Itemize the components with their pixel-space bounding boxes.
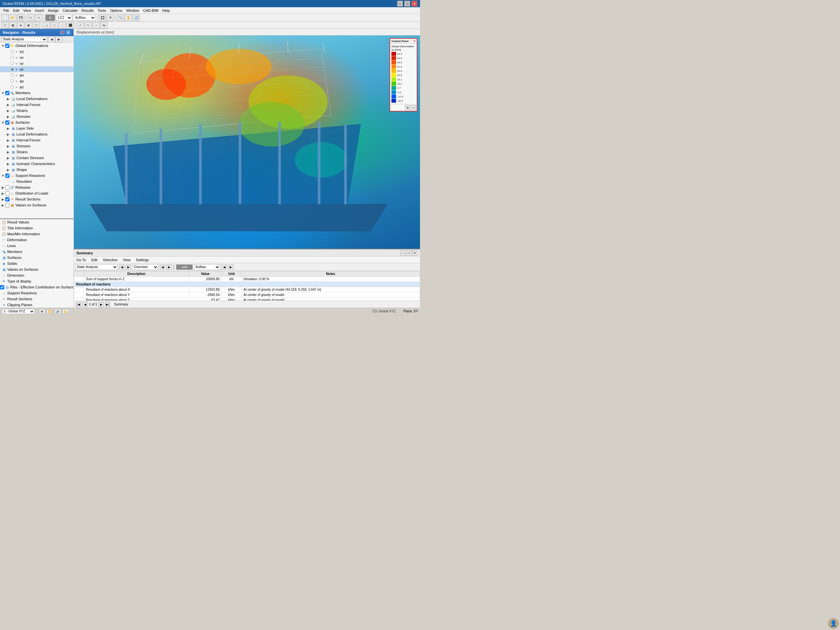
menu-item-insert[interactable]: Insert [33, 8, 46, 13]
menu-item-assign[interactable]: Assign [46, 8, 61, 13]
tree-item-support-reactions[interactable]: ▼ ⊥ Support Reactions [0, 172, 74, 178]
expand-distribution[interactable]: ▶ [1, 191, 5, 196]
tree-item-surfaces-internal-forces[interactable]: ▶ ▦ Internal Forces [0, 137, 74, 143]
table-row[interactable]: Sum of support forces in Z33059.80kNDevi… [74, 276, 420, 282]
summary-minimize-button[interactable]: ─ [400, 250, 406, 256]
tree-item-surfaces-shape[interactable]: ▶ ▦ Shape [0, 167, 74, 172]
summary-view[interactable]: View [122, 257, 132, 262]
aufbau-combo[interactable]: Aufbau [73, 15, 96, 21]
tool-btn-4[interactable]: 📐 [62, 309, 69, 314]
tree-item-releases[interactable]: ▶ 🔗 Releases [0, 185, 74, 190]
tb2-btn4[interactable]: ◉ [25, 22, 32, 28]
summary-nav-next[interactable]: ▶ [126, 264, 131, 270]
cp-expand-button[interactable]: ⤢ [411, 105, 416, 110]
tree-item-resultant[interactable]: ⊥ Resultant [0, 178, 74, 185]
nav-bottom-values-surfaces[interactable]: ▦ Values on Surfaces [0, 267, 74, 272]
tree-item-values-on-surfaces[interactable]: ▶ ▦ Values on Surfaces [0, 202, 74, 208]
radio-u[interactable] [11, 50, 14, 53]
viewport-canvas[interactable]: Control Panel × Global Deformation uz [m… [74, 35, 420, 249]
tree-item-px[interactable]: ○ φx [0, 72, 74, 78]
table-row[interactable]: Resultant of reactions [74, 282, 420, 287]
summary-maximize-button[interactable]: □ [406, 250, 412, 256]
tb2-btn5[interactable]: ⬡ [33, 22, 40, 28]
table-row[interactable]: Resultant of reactions about X12553.80kN… [74, 287, 420, 292]
tb2-btn12[interactable]: ↕ [93, 22, 100, 28]
radio-pz[interactable] [11, 85, 14, 88]
summary-overview-combo[interactable]: Overview [132, 264, 158, 270]
menu-item-calculate[interactable]: Calculate [61, 8, 80, 13]
tb2-btn13[interactable]: ⇆ [100, 22, 107, 28]
nav-bottom-solids[interactable]: ◆ Solids [0, 261, 74, 267]
tree-item-members-internal-forces[interactable]: ▶ 📊 Internal Forces [0, 102, 74, 107]
tree-item-members-strains[interactable]: ▶ 📊 Strains [0, 107, 74, 114]
tree-item-surfaces-stresses[interactable]: ▶ ▦ Stresses [0, 143, 74, 149]
tree-item-u[interactable]: ○ |u| [0, 49, 74, 54]
check-surfaces[interactable] [5, 120, 9, 125]
analysis-type-combo[interactable]: Static Analysis [1, 37, 47, 42]
cp-settings-button[interactable]: ⚙ [405, 105, 410, 110]
nav-bottom-ribs[interactable]: ▤ Ribs - Effective Contribution on Surfa… [0, 284, 74, 290]
cp-close-button[interactable]: × [414, 39, 415, 43]
menu-item-options[interactable]: Options [108, 8, 124, 13]
check-support-reactions[interactable] [5, 174, 9, 178]
tb2-btn7[interactable]: □ [51, 22, 58, 28]
menu-item-tools[interactable]: Tools [95, 8, 108, 13]
tree-item-surfaces-layer-side[interactable]: ▶ ▦ Layer Side [0, 125, 74, 131]
tree-item-surfaces[interactable]: ▼ ▦ Surfaces [0, 120, 74, 125]
radio-ux[interactable] [11, 56, 14, 59]
summary-prev-2[interactable]: ◀ [160, 264, 165, 270]
tree-item-py[interactable]: ○ φy [0, 78, 74, 84]
radio-py[interactable] [11, 79, 14, 83]
summary-goto[interactable]: Go To [75, 257, 87, 262]
tb2-btn1[interactable]: ⬡ [1, 22, 8, 28]
summary-edit[interactable]: Edit [90, 257, 99, 262]
menu-item-help[interactable]: Help [161, 8, 172, 13]
expand-support-reactions[interactable]: ▼ [1, 173, 5, 178]
nav-bottom-support-reactions[interactable]: ⊥ Support Reactions [0, 290, 74, 296]
minimize-button[interactable]: ─ [397, 1, 403, 6]
menu-item-cad-bim[interactable]: CAD-BIM [141, 8, 160, 13]
tree-item-surfaces-strains[interactable]: ▶ ▦ Strains [0, 149, 74, 155]
radio-px[interactable] [11, 74, 14, 77]
tree-item-members[interactable]: ▼ 🔩 Members [0, 90, 74, 96]
open-btn[interactable]: 📂 [9, 14, 16, 21]
menu-item-results[interactable]: Results [80, 8, 96, 13]
g-combo-btn[interactable]: G [45, 14, 55, 21]
nav-bottom-result-values[interactable]: 📋 Result Values [0, 219, 74, 225]
tool-btn-2[interactable]: 🎦 [47, 309, 53, 314]
tb2-btn9[interactable]: ⬛ [66, 22, 74, 28]
menu-item-window[interactable]: Window [124, 8, 141, 13]
tool-btn-1[interactable]: ⊕ [39, 309, 45, 314]
check-result-sections[interactable] [5, 197, 9, 202]
page-last[interactable]: ▶| [105, 302, 110, 307]
check-distribution[interactable] [5, 191, 9, 196]
nav-next-btn[interactable]: ▶ [55, 36, 62, 43]
table-row[interactable]: Resultant of reactions about Z63.47kNmAt… [74, 298, 420, 301]
nav-bottom-clipping-planes[interactable]: ✦ Clipping Planes [0, 302, 74, 308]
tb2-btn2[interactable]: ▦ [9, 22, 16, 28]
summary-settings[interactable]: Settings [134, 257, 150, 262]
zoom-btn[interactable]: 🔍 [117, 14, 124, 21]
tree-item-surfaces-contact-stresses[interactable]: ▶ ▦ Contact Stresses [0, 155, 74, 161]
undo-btn[interactable]: ↩ [27, 14, 35, 21]
nav-close-button[interactable]: ✕ [66, 30, 71, 35]
rotate-btn[interactable]: 🔄 [133, 14, 140, 21]
summary-lc-next[interactable]: ▶ [228, 264, 233, 270]
save-btn[interactable]: 💾 [17, 14, 24, 21]
tree-item-members-local-def[interactable]: ▶ 📊 Local Deformations [0, 96, 74, 102]
summary-close-button[interactable]: ✕ [412, 250, 417, 256]
close-button[interactable]: ✕ [412, 1, 417, 6]
expand-values-surfaces[interactable]: ▶ [1, 203, 5, 207]
tb2-btn3[interactable]: ◈ [17, 22, 24, 28]
tree-item-uy[interactable]: ○ uy [0, 60, 74, 66]
nav-bottom-dimension[interactable]: ↔ Dimension [0, 272, 74, 278]
check-members[interactable] [5, 91, 9, 95]
view-btn[interactable]: 👁 [107, 14, 114, 21]
tree-item-members-stresses[interactable]: ▶ 📊 Stresses [0, 114, 74, 120]
tab-summary-label[interactable]: Summary [114, 303, 128, 306]
expand-surfaces[interactable]: ▼ [1, 120, 5, 125]
radio-uz[interactable] [11, 68, 14, 71]
page-next[interactable]: ▶ [98, 302, 104, 307]
viewport[interactable]: Displacements uz [mm] [74, 29, 420, 249]
menu-item-view[interactable]: View [21, 8, 33, 13]
